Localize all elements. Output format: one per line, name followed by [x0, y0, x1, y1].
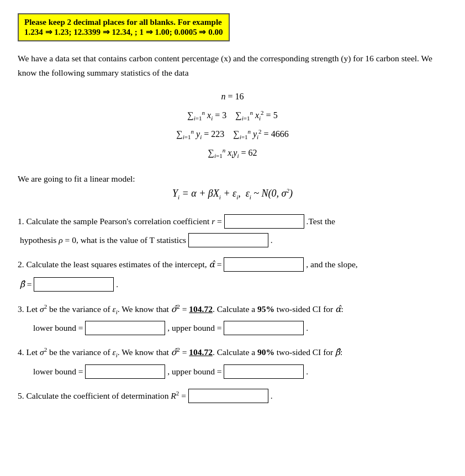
- question-4: 4. Let σ2 be the variance of εi. We know…: [18, 343, 447, 381]
- q2-alpha-input[interactable]: [224, 257, 304, 272]
- highlight-box: Please keep 2 decimal places for all bla…: [18, 13, 230, 41]
- q1-row1: 1. Calculate the sample Pearson's correl…: [18, 212, 447, 231]
- highlight-line2: 1.234 ⇒ 1.23; 12.3399 ⇒ 12.34, ; 1 ⇒ 1.0…: [24, 27, 223, 37]
- q4-text: 4. Let σ2 be the variance of εi. We know…: [18, 343, 342, 362]
- q4-period: .: [304, 362, 308, 381]
- q5-text: 5. Calculate the coefficient of determin…: [18, 387, 188, 405]
- q4-upper-input[interactable]: [224, 364, 304, 379]
- q5-row1: 5. Calculate the coefficient of determin…: [18, 387, 447, 405]
- q3-upper-input[interactable]: [224, 321, 304, 335]
- q3-period: .: [304, 319, 308, 337]
- q3-upper-label: , upper bound =: [165, 319, 224, 337]
- q5-period: .: [268, 387, 273, 405]
- q2-period: .: [114, 275, 118, 294]
- q2-beta-label: β̂ =: [20, 275, 34, 294]
- highlight-line1: Please keep 2 decimal places for all bla…: [24, 18, 223, 27]
- model-label: We are going to fit a linear model:: [18, 174, 447, 184]
- q4-lower-input[interactable]: [85, 364, 165, 379]
- q1-r-input[interactable]: [224, 214, 304, 229]
- stat-sumx: ∑i=1n xi = 3 ∑i=1n xi2 = 5: [18, 106, 447, 125]
- q4-lower-label: lower bound =: [33, 362, 85, 381]
- intro-paragraph: We have a data set that contains carbon …: [18, 51, 447, 80]
- question-3: 3. Let σ2 be the variance of εi. We know…: [18, 300, 447, 338]
- q5-r2-input[interactable]: [188, 389, 268, 403]
- q2-row1: 2. Calculate the least squares estimates…: [18, 255, 447, 274]
- q2-alpha-text: 2. Calculate the least squares estimates…: [18, 255, 224, 274]
- q3-text: 3. Let σ2 be the variance of εi. We know…: [18, 300, 344, 319]
- stats-block: n = 16 ∑i=1n xi = 3 ∑i=1n xi2 = 5 ∑i=1n …: [18, 87, 447, 162]
- stat-n: n = 16: [18, 87, 447, 106]
- q2-row2: β̂ = .: [18, 275, 447, 294]
- q4-row1: 4. Let σ2 be the variance of εi. We know…: [18, 343, 447, 362]
- stat-sumy: ∑i=1n yi = 223 ∑i=1n yi2 = 4666: [18, 125, 447, 144]
- question-1: 1. Calculate the sample Pearson's correl…: [18, 212, 447, 250]
- q1-text: 1. Calculate the sample Pearson's correl…: [18, 212, 224, 231]
- q1-period: .: [268, 231, 273, 250]
- q1-hyp-text: hypothesis ρ = 0, what is the value of T…: [20, 231, 188, 250]
- q4-row2: lower bound = , upper bound = .: [18, 362, 447, 381]
- q1-row2: hypothesis ρ = 0, what is the value of T…: [18, 231, 447, 250]
- stat-sumxy: ∑i=1n xiyi = 62: [18, 144, 447, 162]
- question-2: 2. Calculate the least squares estimates…: [18, 255, 447, 294]
- question-5: 5. Calculate the coefficient of determin…: [18, 387, 447, 405]
- q1-test-text: .Test the: [304, 212, 335, 231]
- q3-row1: 3. Let σ2 be the variance of εi. We know…: [18, 300, 447, 319]
- q1-t-input[interactable]: [188, 233, 268, 247]
- q2-beta-input[interactable]: [34, 277, 114, 292]
- q3-lower-label: lower bound =: [33, 319, 85, 337]
- q3-row2: lower bound = , upper bound = .: [18, 319, 447, 337]
- q3-lower-input[interactable]: [85, 321, 165, 335]
- model-equation: Yi = α + βXi + εi, εi ~ N(0, σ2): [18, 187, 447, 200]
- q4-upper-label: , upper bound =: [165, 362, 224, 381]
- q2-slope-text: , and the slope,: [304, 255, 357, 274]
